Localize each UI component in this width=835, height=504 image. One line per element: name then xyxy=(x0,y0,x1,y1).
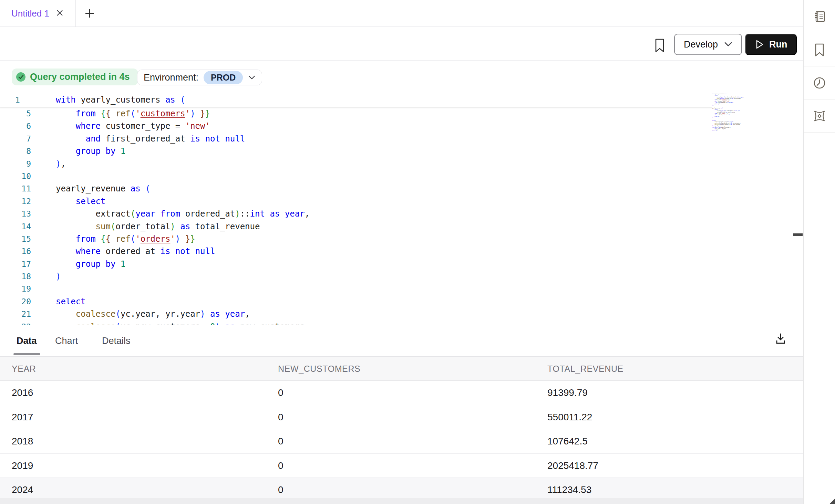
code-text: where ordered_at is not null xyxy=(56,246,215,256)
environment-selector[interactable]: Environment: PROD xyxy=(137,70,262,85)
chevron-down-icon xyxy=(248,75,256,80)
tab-data[interactable]: Data xyxy=(17,325,37,356)
sticky-line: 1 with yearly_customers as ( xyxy=(0,93,712,107)
line-number: 13 xyxy=(0,209,31,218)
code-text: coalesce(yc.new_customers, 0) as new_cus… xyxy=(56,322,310,325)
code-line: 7 and first_ordered_at is not null xyxy=(0,133,792,145)
editor-scrollbar-thumb[interactable] xyxy=(793,233,803,236)
environment-value-badge: PROD xyxy=(204,71,243,84)
app-window: Untitled 1 Develop Run Query completed i… xyxy=(0,0,835,504)
code-line: 12 select xyxy=(0,195,792,208)
code-text: from {{ ref('customers') }} xyxy=(56,109,210,118)
table-cell: 550011.22 xyxy=(547,405,592,429)
tab-details[interactable]: Details xyxy=(102,325,131,356)
line-number: 20 xyxy=(0,297,31,306)
code-line: 16 where ordered_at is not null xyxy=(0,245,792,258)
tab-untitled-1[interactable]: Untitled 1 xyxy=(0,0,72,27)
line-number: 9 xyxy=(0,159,31,168)
line-number: 22 xyxy=(0,322,31,325)
bookmark-icon[interactable] xyxy=(804,33,835,66)
query-status-badge: Query completed in 4s xyxy=(12,69,138,85)
play-icon xyxy=(755,39,764,50)
table-cell: 0 xyxy=(278,429,284,453)
line-number: 12 xyxy=(0,197,31,206)
code-line: 8 group by 1 xyxy=(0,145,792,157)
tab-bar: Untitled 1 xyxy=(0,0,803,27)
line-number: 14 xyxy=(0,222,31,231)
line-number: 7 xyxy=(0,134,31,143)
minimap[interactable]: with yearly_customers as ( select extrac… xyxy=(712,94,753,137)
code-line: 5 from {{ ref('customers') }} xyxy=(0,107,792,120)
code-text: group by 1 xyxy=(56,146,125,156)
code-text: select xyxy=(56,297,86,306)
table-cell: 91399.79 xyxy=(547,381,588,405)
code-text: where customer_type = 'new' xyxy=(56,121,210,131)
table-cell: 2018 xyxy=(12,429,33,453)
table-row[interactable]: 20170550011.22 xyxy=(0,405,803,430)
line-number: 5 xyxy=(0,109,31,118)
code-line: 17 group by 1 xyxy=(0,258,792,270)
table-cell: 2016 xyxy=(12,381,33,405)
resize-grip[interactable] xyxy=(829,498,835,504)
table-row[interactable]: 2016091399.79 xyxy=(0,381,803,405)
column-header: NEW_CUSTOMERS xyxy=(278,357,360,381)
compass-icon[interactable] xyxy=(804,99,835,133)
code-line: 13 extract(year from ordered_at)::int as… xyxy=(0,208,792,220)
right-sidebar xyxy=(804,0,835,504)
code-text: select xyxy=(56,197,106,206)
table-cell: 0 xyxy=(278,405,284,429)
code-text: extract(year from ordered_at)::int as ye… xyxy=(56,209,310,219)
table-row[interactable]: 20180107642.5 xyxy=(0,429,803,454)
code-line: 19 xyxy=(0,283,792,295)
code-line: 10 xyxy=(0,170,792,182)
history-icon[interactable] xyxy=(804,66,835,99)
code-line: 9), xyxy=(0,158,792,170)
download-icon[interactable] xyxy=(772,330,789,347)
table-row[interactable]: 201902025418.77 xyxy=(0,454,803,478)
environment-label: Environment: xyxy=(144,72,198,83)
line-number: 19 xyxy=(0,284,31,293)
code-line: 6 where customer_type = 'new' xyxy=(0,120,792,132)
code-text: from {{ ref('orders') }} xyxy=(56,234,195,244)
tab-chart[interactable]: Chart xyxy=(55,325,78,356)
code-lines: 5 from {{ ref('customers') }}6 where cus… xyxy=(0,107,792,325)
develop-button[interactable]: Develop xyxy=(674,34,742,55)
line-number: 6 xyxy=(0,122,31,130)
table-cell: 107642.5 xyxy=(547,429,588,453)
line-number: 16 xyxy=(0,247,31,256)
horizontal-scrollbar-track[interactable] xyxy=(0,498,803,504)
line-number: 11 xyxy=(0,184,31,193)
table-cell: 0 xyxy=(278,454,284,478)
code-text: yearly_revenue as ( xyxy=(56,184,151,193)
query-status-text: Query completed in 4s xyxy=(30,72,130,82)
close-icon[interactable] xyxy=(55,9,64,19)
code-line: 15 from {{ ref('orders') }} xyxy=(0,233,792,245)
code-line: 20select xyxy=(0,295,792,308)
code-text: group by 1 xyxy=(56,259,125,269)
table-cell: 2017 xyxy=(12,405,33,429)
tab-title: Untitled 1 xyxy=(11,8,49,19)
code-text: and first_ordered_at is not null xyxy=(56,134,245,144)
table-cell: 2025418.77 xyxy=(547,454,598,478)
code-text: with yearly_customers as ( xyxy=(56,95,185,105)
line-number: 8 xyxy=(0,147,31,156)
code-line: 11yearly_revenue as ( xyxy=(0,182,792,195)
code-line: 22 coalesce(yc.new_customers, 0) as new_… xyxy=(0,321,792,325)
check-circle-icon xyxy=(16,72,25,82)
line-number: 21 xyxy=(0,309,31,318)
notebook-icon[interactable] xyxy=(804,0,835,33)
code-editor[interactable]: 5 from {{ ref('customers') }}6 where cus… xyxy=(0,86,803,325)
tab-divider xyxy=(75,0,76,27)
new-tab-button[interactable] xyxy=(82,5,97,22)
active-tab-indicator xyxy=(13,353,40,355)
line-number: 15 xyxy=(0,234,31,243)
run-button[interactable]: Run xyxy=(745,34,797,55)
code-text: ), xyxy=(56,159,66,169)
line-number: 10 xyxy=(0,172,31,181)
develop-label: Develop xyxy=(684,39,718,50)
line-number: 1 xyxy=(15,95,20,104)
table-header-row: YEARNEW_CUSTOMERSTOTAL_REVENUE xyxy=(0,357,803,381)
bookmark-icon[interactable] xyxy=(652,37,667,54)
code-text: coalesce(yc.year, yr.year) as year, xyxy=(56,309,250,319)
table-cell: 2019 xyxy=(12,454,33,478)
